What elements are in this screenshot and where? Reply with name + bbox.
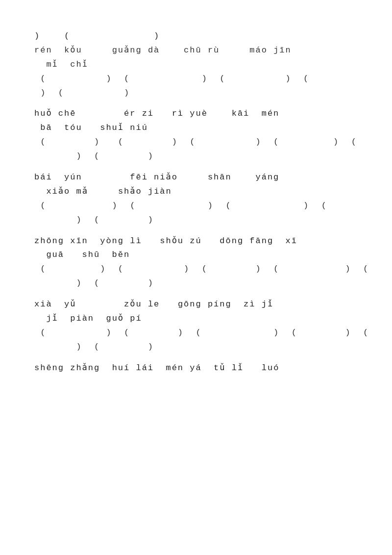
section-3: zhōng xīn yòng lì shǒu zú dōng fāng xī g… <box>34 234 358 294</box>
section-0: ) ( )rén kǒu guǎng dà chū rù máo jīn mǐ … <box>34 29 358 103</box>
bracket-line: ( ) ( ) ( ) ( <box>34 72 358 86</box>
section-2: bái yún fēi niǎo shān yáng xiǎo mǎ shǎo … <box>34 171 358 230</box>
pinyin-line: xià yǔ zǒu le gōng píng zì jǐ <box>34 298 358 312</box>
pinyin-line: zhōng xīn yòng lì shǒu zú dōng fāng xī <box>34 234 358 249</box>
bracket-line: ) ( ) <box>34 86 358 101</box>
bracket-line: ) ( ) <box>34 277 358 291</box>
pinyin-line: huǒ chē ér zi rì yuè kāi mén <box>34 107 358 121</box>
bracket-line: ( ) ( ) ( ) ( ) ( <box>34 262 358 277</box>
section-1: huǒ chē ér zi rì yuè kāi mén bā tóu shuǐ… <box>34 107 358 167</box>
bracket-line: ( ) ( ) ( ) ( <box>34 199 358 213</box>
pinyin-line: shēng zhǎng huí lái mén yá tǔ lǐ luó <box>34 361 358 376</box>
bracket-line: mǐ chǐ <box>34 58 358 72</box>
bracket-line: ) ( ) <box>34 213 358 227</box>
bracket-line: ) ( ) <box>34 150 358 164</box>
pinyin-line: bā tóu shuǐ niú <box>34 121 358 135</box>
section-5: shēng zhǎng huí lái mén yá tǔ lǐ luó <box>34 361 358 378</box>
bracket-line: ( ) ( ) ( ) ( ) ( <box>34 135 358 150</box>
bracket-line: ) ( ) <box>34 340 358 354</box>
bracket-line: rén kǒu guǎng dà chū rù máo jīn <box>34 44 358 58</box>
pinyin-line: guā shū běn <box>34 248 358 262</box>
pinyin-line: ) ( ) <box>34 29 358 44</box>
pinyin-line: xiǎo mǎ shǎo jiàn <box>34 185 358 199</box>
main-content: ) ( )rén kǒu guǎng dà chū rù máo jīn mǐ … <box>34 29 358 378</box>
pinyin-line: bái yún fēi niǎo shān yáng <box>34 171 358 185</box>
section-4: xià yǔ zǒu le gōng píng zì jǐ jǐ piàn gu… <box>34 298 358 357</box>
pinyin-line: jǐ piàn guǒ pí <box>34 312 358 326</box>
bracket-line: ( ) ( ) ( ) ( ) ( <box>34 326 358 340</box>
